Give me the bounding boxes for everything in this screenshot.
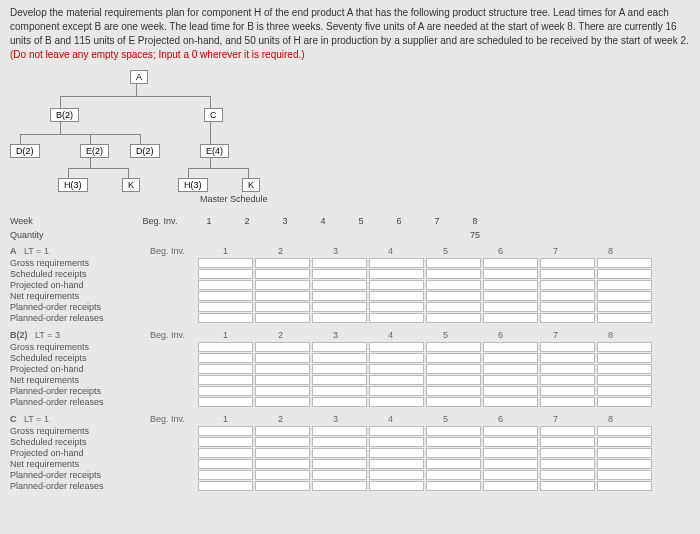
mrp-input-cell[interactable] [597,291,652,301]
mrp-input-cell[interactable] [312,459,367,469]
mrp-input-cell[interactable] [540,470,595,480]
mrp-input-cell[interactable] [198,448,253,458]
mrp-input-cell[interactable] [198,386,253,396]
mrp-input-cell[interactable] [255,397,310,407]
mrp-input-cell[interactable] [597,470,652,480]
mrp-input-cell[interactable] [369,313,424,323]
mrp-input-cell[interactable] [369,459,424,469]
mrp-input-cell[interactable] [369,481,424,491]
mrp-input-cell[interactable] [426,470,481,480]
mrp-input-cell[interactable] [312,437,367,447]
mrp-input-cell[interactable] [483,269,538,279]
mrp-input-cell[interactable] [312,364,367,374]
mrp-input-cell[interactable] [483,364,538,374]
mrp-input-cell[interactable] [198,470,253,480]
mrp-input-cell[interactable] [426,426,481,436]
mrp-input-cell[interactable] [426,302,481,312]
mrp-input-cell[interactable] [540,258,595,268]
mrp-input-cell[interactable] [483,280,538,290]
mrp-input-cell[interactable] [312,291,367,301]
mrp-input-cell[interactable] [255,353,310,363]
mrp-input-cell[interactable] [597,397,652,407]
mrp-input-cell[interactable] [426,269,481,279]
mrp-input-cell[interactable] [198,291,253,301]
mrp-input-cell[interactable] [198,313,253,323]
mrp-input-cell[interactable] [426,448,481,458]
mrp-input-cell[interactable] [540,397,595,407]
mrp-input-cell[interactable] [540,269,595,279]
mrp-input-cell[interactable] [426,353,481,363]
mrp-input-cell[interactable] [597,386,652,396]
mrp-input-cell[interactable] [597,342,652,352]
mrp-input-cell[interactable] [312,448,367,458]
mrp-input-cell[interactable] [483,470,538,480]
mrp-input-cell[interactable] [198,364,253,374]
mrp-input-cell[interactable] [483,459,538,469]
mrp-input-cell[interactable] [369,386,424,396]
mrp-input-cell[interactable] [483,426,538,436]
mrp-input-cell[interactable] [597,353,652,363]
mrp-input-cell[interactable] [312,269,367,279]
mrp-input-cell[interactable] [597,481,652,491]
mrp-input-cell[interactable] [198,342,253,352]
mrp-input-cell[interactable] [369,342,424,352]
mrp-input-cell[interactable] [483,437,538,447]
mrp-input-cell[interactable] [198,280,253,290]
mrp-input-cell[interactable] [198,426,253,436]
mrp-input-cell[interactable] [597,302,652,312]
mrp-input-cell[interactable] [198,459,253,469]
mrp-input-cell[interactable] [483,313,538,323]
mrp-input-cell[interactable] [540,302,595,312]
mrp-input-cell[interactable] [597,269,652,279]
mrp-input-cell[interactable] [426,258,481,268]
mrp-input-cell[interactable] [540,313,595,323]
mrp-input-cell[interactable] [312,470,367,480]
mrp-input-cell[interactable] [540,364,595,374]
mrp-input-cell[interactable] [312,481,367,491]
mrp-input-cell[interactable] [483,386,538,396]
mrp-input-cell[interactable] [255,459,310,469]
mrp-input-cell[interactable] [255,269,310,279]
mrp-input-cell[interactable] [597,258,652,268]
mrp-input-cell[interactable] [312,342,367,352]
mrp-input-cell[interactable] [540,386,595,396]
mrp-input-cell[interactable] [198,437,253,447]
mrp-input-cell[interactable] [540,291,595,301]
mrp-input-cell[interactable] [255,313,310,323]
mrp-input-cell[interactable] [597,448,652,458]
mrp-input-cell[interactable] [426,313,481,323]
mrp-input-cell[interactable] [255,302,310,312]
mrp-input-cell[interactable] [426,437,481,447]
mrp-input-cell[interactable] [426,280,481,290]
mrp-input-cell[interactable] [369,375,424,385]
mrp-input-cell[interactable] [369,397,424,407]
mrp-input-cell[interactable] [255,375,310,385]
mrp-input-cell[interactable] [312,353,367,363]
mrp-input-cell[interactable] [426,364,481,374]
mrp-input-cell[interactable] [597,313,652,323]
mrp-input-cell[interactable] [540,342,595,352]
mrp-input-cell[interactable] [426,397,481,407]
mrp-input-cell[interactable] [369,269,424,279]
mrp-input-cell[interactable] [369,437,424,447]
mrp-input-cell[interactable] [255,437,310,447]
mrp-input-cell[interactable] [255,470,310,480]
mrp-input-cell[interactable] [483,448,538,458]
mrp-input-cell[interactable] [597,437,652,447]
mrp-input-cell[interactable] [597,280,652,290]
mrp-input-cell[interactable] [255,386,310,396]
mrp-input-cell[interactable] [540,459,595,469]
mrp-input-cell[interactable] [198,302,253,312]
mrp-input-cell[interactable] [255,291,310,301]
mrp-input-cell[interactable] [540,437,595,447]
mrp-input-cell[interactable] [255,481,310,491]
mrp-input-cell[interactable] [540,280,595,290]
mrp-input-cell[interactable] [483,375,538,385]
mrp-input-cell[interactable] [312,313,367,323]
mrp-input-cell[interactable] [255,426,310,436]
mrp-input-cell[interactable] [426,481,481,491]
mrp-input-cell[interactable] [369,364,424,374]
mrp-input-cell[interactable] [483,258,538,268]
mrp-input-cell[interactable] [597,459,652,469]
mrp-input-cell[interactable] [597,426,652,436]
